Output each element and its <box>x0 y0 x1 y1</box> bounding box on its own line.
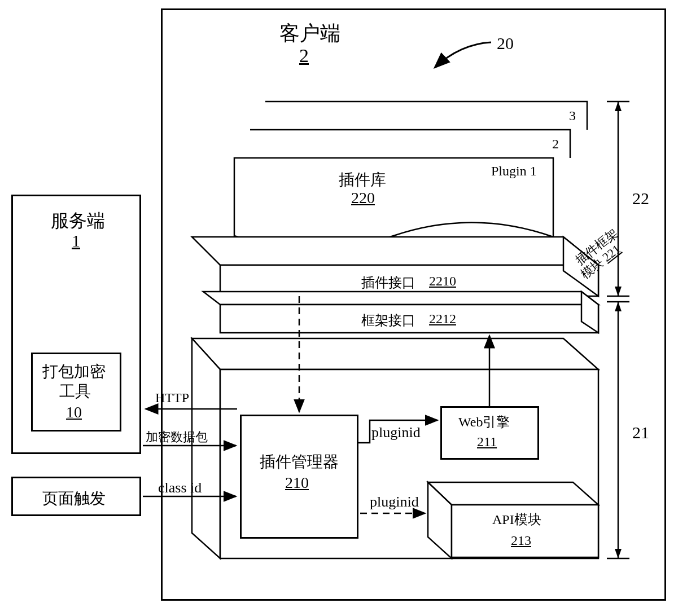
http-label: HTTP <box>155 390 189 406</box>
sheet-3-label: 3 <box>569 108 576 124</box>
tool-ref: 10 <box>66 403 82 421</box>
plugin-library-ref: 220 <box>351 189 375 207</box>
bracket-21-ref: 21 <box>632 423 649 442</box>
plugin-library-title: 插件库 <box>339 169 386 191</box>
plugin-manager-title: 插件管理器 <box>260 451 339 473</box>
server-title: 服务端 <box>51 209 105 234</box>
tool-title2: 工具 <box>59 381 91 402</box>
web-engine-title: Web引擎 <box>458 413 510 431</box>
plugin-interface-title: 插件接口 <box>361 274 415 292</box>
system-ref: 20 <box>497 34 514 53</box>
page-trigger-label: 页面触发 <box>42 488 106 509</box>
plugin-manager-ref: 210 <box>285 474 309 492</box>
tool-title: 打包加密 <box>42 361 106 382</box>
pluginid2-label: pluginid <box>370 494 419 510</box>
framework-interface-title: 框架接口 <box>361 311 415 329</box>
api-module-ref: 213 <box>511 533 531 548</box>
pluginid1-label: pluginid <box>371 424 421 441</box>
classid-label: class id <box>158 479 202 496</box>
server-ref: 1 <box>72 231 80 250</box>
sheet-2-label: 2 <box>552 137 559 152</box>
client-box <box>161 8 666 601</box>
bracket-22-ref: 22 <box>632 189 649 208</box>
encrypted-label: 加密数据包 <box>146 429 208 446</box>
client-title: 客户端 <box>279 20 340 47</box>
plugin-1-label: Plugin 1 <box>491 164 537 179</box>
client-ref: 2 <box>299 45 309 67</box>
api-module-title: API模块 <box>492 510 541 529</box>
framework-interface-ref: 2212 <box>429 311 456 327</box>
web-engine-ref: 211 <box>477 434 497 450</box>
plugin-interface-ref: 2210 <box>429 274 456 289</box>
